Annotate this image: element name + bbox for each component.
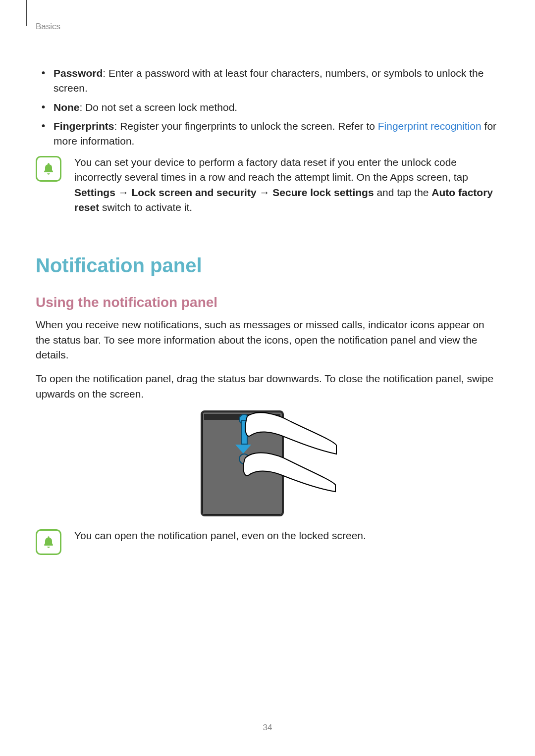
bell-icon [36,156,61,182]
note-locked-screen-body: You can open the notification panel, eve… [74,528,499,543]
note1-before: You can set your device to perform a fac… [74,156,468,183]
password-label: Password [54,67,103,79]
note1-arrow1: → [115,187,132,198]
swipe-down-figure: 10:00 [36,410,499,515]
subsection-title: Using the notification panel [36,293,499,313]
list-item-fingerprints: Fingerprints: Register your fingerprints… [36,119,499,149]
device-frame: 10:00 [201,410,284,516]
header-rule [26,0,27,26]
swipe-down-arrow-icon [241,420,251,454]
body-paragraph-1: When you receive new notifications, such… [36,317,499,362]
password-text: : Enter a password with at least four ch… [54,67,483,94]
section-title: Notification panel [36,251,499,280]
fingerprints-label: Fingerprints [54,120,114,132]
none-label: None [54,101,80,113]
none-text: : Do not set a screen lock method. [80,101,238,113]
note1-settings: Settings [74,187,115,198]
page-number: 34 [0,722,535,734]
note-factory-reset-body: You can set your device to perform a fac… [74,155,499,215]
fingerprint-recognition-link[interactable]: Fingerprint recognition [378,120,482,132]
note-factory-reset: You can set your device to perform a fac… [36,155,499,215]
note1-lockscreen: Lock screen and security [132,187,257,198]
statusbar-time: 10:00 [268,415,277,419]
note-locked-screen: You can open the notification panel, eve… [36,528,499,555]
note1-arrow2: → [257,187,273,198]
battery-icon [263,415,267,419]
bell-icon [36,529,61,555]
note1-after: switch to activate it. [99,202,192,213]
fingerprints-text-before: : Register your fingerprints to unlock t… [114,120,378,132]
note2-text: You can open the notification panel, eve… [74,530,366,541]
touch-point-end [239,454,250,464]
running-head: Basics [36,21,499,33]
list-item-password: Password: Enter a password with at least… [36,66,499,96]
body-paragraph-2: To open the notification panel, drag the… [36,371,499,402]
list-item-none: None: Do not set a screen lock method. [36,100,499,115]
note1-tap-and: and tap the [374,187,432,198]
lock-method-list: Password: Enter a password with at least… [36,66,499,149]
note1-securelock: Secure lock settings [272,187,374,198]
